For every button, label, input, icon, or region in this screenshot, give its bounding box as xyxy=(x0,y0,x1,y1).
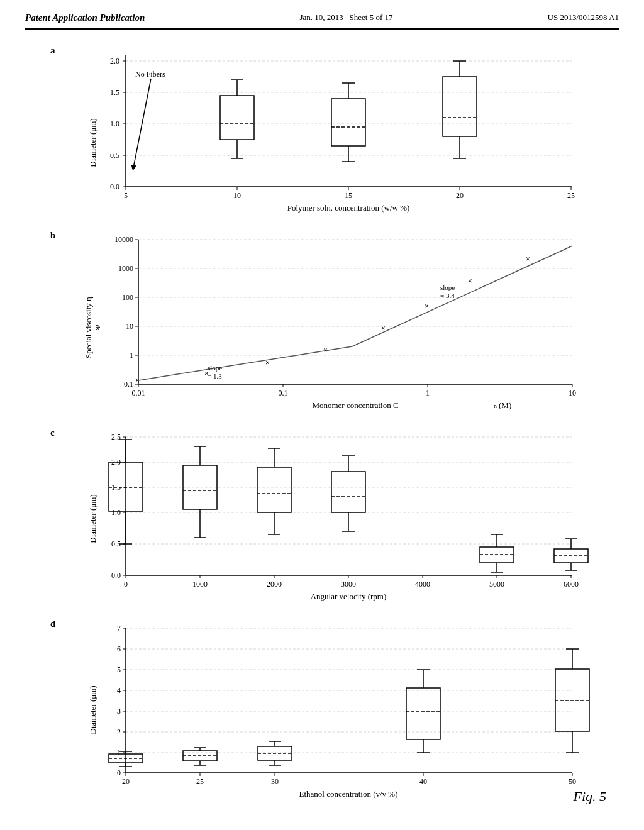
svg-rect-135 xyxy=(331,472,365,512)
chart-b-svg: Special viscosity η sp 10000 1000 100 10… xyxy=(82,227,597,416)
svg-text:0.0: 0.0 xyxy=(110,182,119,191)
chart-c-xlabel: Angular velocity (rpm) xyxy=(311,592,387,601)
patent-number: US 2013/0012598 A1 xyxy=(548,13,619,23)
chart-a-xlabel: Polymer soln. concentration (w/w %) xyxy=(287,203,410,213)
chart-b-slope1-val: = 1.3 xyxy=(208,372,222,380)
svg-text:2: 2 xyxy=(117,728,121,736)
svg-text:10: 10 xyxy=(233,191,241,200)
svg-text:30: 30 xyxy=(271,777,279,786)
svg-text:100: 100 xyxy=(122,293,133,302)
chart-b: b Special viscosity η sp 10000 1000 100 … xyxy=(82,227,597,418)
chart-b-slope2: slope xyxy=(440,284,455,291)
svg-text:0.1: 0.1 xyxy=(124,380,133,389)
svg-text:6000: 6000 xyxy=(564,580,579,589)
svg-text:×: × xyxy=(265,358,270,367)
chart-d-label: d xyxy=(50,619,55,629)
svg-text:25: 25 xyxy=(196,777,204,786)
svg-text:5: 5 xyxy=(124,191,128,200)
figure-label: Fig. 5 xyxy=(573,788,606,805)
svg-rect-206 xyxy=(406,688,440,739)
svg-rect-41 xyxy=(443,77,477,136)
figures-content: a Diameter (μm) 2.0 1.5 1.0 0.5 xyxy=(25,42,619,813)
svg-rect-129 xyxy=(257,467,291,512)
chart-c-ylabel: Diameter (μm) xyxy=(88,494,97,543)
page: Patent Application Publication Jan. 10, … xyxy=(0,0,644,830)
chart-c-label: c xyxy=(50,428,55,438)
svg-text:1000: 1000 xyxy=(192,580,208,589)
svg-text:1: 1 xyxy=(426,389,430,397)
svg-line-72 xyxy=(138,346,352,380)
chart-b-label: b xyxy=(50,230,55,241)
svg-text:7: 7 xyxy=(117,624,121,633)
chart-b-xlabel-sub: n xyxy=(494,402,497,409)
svg-text:15: 15 xyxy=(345,191,352,200)
publication-label: Patent Application Publication xyxy=(25,13,145,23)
svg-text:1.5: 1.5 xyxy=(110,88,119,97)
svg-text:×: × xyxy=(381,324,386,333)
chart-c: c Diameter (μm) 2.5 2.0 1.5 1.0 0.5 0. xyxy=(82,424,597,609)
svg-text:2.5: 2.5 xyxy=(111,433,121,441)
chart-b-xlabel-unit: (M) xyxy=(499,401,511,410)
svg-text:×: × xyxy=(323,346,328,355)
svg-text:5000: 5000 xyxy=(489,580,504,589)
svg-text:1: 1 xyxy=(130,351,133,360)
svg-text:×: × xyxy=(135,376,140,385)
chart-b-slope1: slope xyxy=(208,364,222,372)
svg-text:3000: 3000 xyxy=(341,580,356,589)
svg-text:3: 3 xyxy=(117,707,121,716)
svg-text:×: × xyxy=(526,255,530,263)
chart-b-slope2-val: = 3.4 xyxy=(440,292,455,299)
chart-a-svg: Diameter (μm) 2.0 1.5 1.0 0.5 0.0 xyxy=(82,42,597,218)
chart-a-ylabel: Diameter (μm) xyxy=(88,118,97,167)
chart-d-svg: Diameter (μm) 7 6 5 4 3 2 1 xyxy=(82,616,597,804)
svg-text:10: 10 xyxy=(569,389,576,397)
svg-text:0.5: 0.5 xyxy=(111,540,121,548)
chart-d-xlabel: Ethanol concentration (v/v %) xyxy=(299,789,397,799)
sheet-info: Sheet 5 of 17 xyxy=(350,13,393,22)
chart-b-xlabel: Monomer concentration C xyxy=(312,401,398,410)
svg-text:2000: 2000 xyxy=(267,580,282,589)
svg-text:1: 1 xyxy=(117,748,121,757)
pub-date: Jan. 10, 2013 xyxy=(299,13,343,22)
svg-text:0.1: 0.1 xyxy=(279,389,288,397)
svg-text:0.01: 0.01 xyxy=(132,389,145,397)
svg-text:1.0: 1.0 xyxy=(110,119,119,128)
svg-text:0.0: 0.0 xyxy=(111,571,121,580)
svg-text:20: 20 xyxy=(456,191,464,200)
chart-b-ylabel: Special viscosity η xyxy=(84,297,93,358)
page-header: Patent Application Publication Jan. 10, … xyxy=(25,13,619,30)
date-sheet: Jan. 10, 2013 Sheet 5 of 17 xyxy=(299,13,392,23)
chart-c-svg: Diameter (μm) 2.5 2.0 1.5 1.0 0.5 0.0 xyxy=(82,424,597,607)
svg-text:10: 10 xyxy=(126,322,133,331)
svg-text:20: 20 xyxy=(122,777,130,786)
svg-text:×: × xyxy=(425,302,429,311)
chart-a-label: a xyxy=(50,45,55,56)
svg-text:4: 4 xyxy=(117,686,121,695)
svg-text:5: 5 xyxy=(117,665,121,674)
svg-rect-35 xyxy=(331,99,365,146)
svg-text:4000: 4000 xyxy=(415,580,430,589)
svg-text:1000: 1000 xyxy=(118,264,133,273)
svg-rect-29 xyxy=(220,96,254,140)
chart-a: a Diameter (μm) 2.0 1.5 1.0 0.5 xyxy=(82,42,597,221)
svg-text:50: 50 xyxy=(569,777,576,786)
svg-text:1.0: 1.0 xyxy=(111,508,121,517)
svg-text:0.5: 0.5 xyxy=(110,151,119,160)
svg-text:0: 0 xyxy=(117,768,121,777)
chart-d: d Diameter (μm) 7 6 5 4 3 2 xyxy=(82,616,597,807)
svg-text:10000: 10000 xyxy=(114,235,133,244)
svg-text:×: × xyxy=(468,277,472,285)
chart-a-annotation: No Fibers xyxy=(135,70,165,79)
svg-line-26 xyxy=(133,79,151,168)
svg-text:40: 40 xyxy=(419,777,427,786)
chart-b-ylabel2: sp xyxy=(93,325,100,331)
svg-text:0: 0 xyxy=(124,580,128,589)
svg-text:2.0: 2.0 xyxy=(110,57,119,65)
svg-text:6: 6 xyxy=(117,645,121,653)
chart-d-ylabel: Diameter (μm) xyxy=(88,685,97,734)
svg-text:25: 25 xyxy=(567,191,575,200)
